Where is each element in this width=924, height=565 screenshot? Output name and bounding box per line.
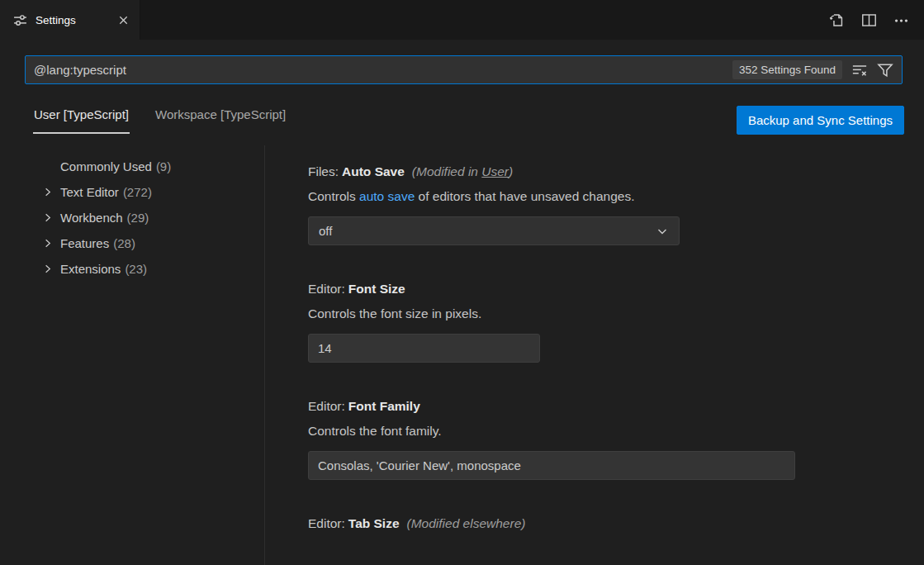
settings-toc: Commonly Used (9) Text Editor (272) Work… [0, 145, 265, 565]
setting-title: Editor:Tab Size(Modified elsewhere) [308, 516, 903, 531]
setting-category: Editor: [308, 282, 345, 296]
setting-title: Editor:Font Family [308, 399, 903, 414]
close-icon[interactable] [116, 12, 131, 28]
toc-label: Commonly Used [60, 159, 152, 173]
toc-count: (272) [123, 185, 152, 199]
setting-files-auto-save: Files:Auto Save(Modified in User) Contro… [308, 164, 903, 245]
toc-item-features[interactable]: Features (28) [0, 230, 264, 256]
auto-save-link[interactable]: auto save [359, 189, 415, 203]
toc-item-commonly-used[interactable]: Commonly Used (9) [0, 154, 264, 179]
chevron-right-icon[interactable] [41, 211, 60, 224]
desc-text: of editors that have unsaved changes. [415, 189, 634, 203]
setting-name: Font Family [348, 399, 420, 413]
chevron-right-icon[interactable] [41, 186, 60, 198]
toc-label: Features [60, 236, 109, 250]
setting-editor-tab-size: Editor:Tab Size(Modified elsewhere) [308, 516, 903, 531]
chevron-right-icon[interactable] [41, 237, 60, 249]
settings-search-box: 352 Settings Found [25, 55, 903, 84]
setting-editor-font-size: Editor:Font Size Controls the font size … [308, 282, 903, 363]
clear-filters-icon[interactable] [850, 60, 870, 80]
toc-label: Extensions [60, 262, 121, 276]
setting-title: Editor:Font Size [308, 282, 903, 297]
settings-sliders-icon [13, 13, 27, 27]
modified-note: (Modified elsewhere) [407, 516, 526, 530]
tab-user-typescript[interactable]: User [TypeScript] [33, 102, 130, 134]
split-editor-icon[interactable] [860, 11, 879, 30]
toc-item-extensions[interactable]: Extensions (23) [0, 256, 264, 282]
setting-description: Controls the font family. [308, 424, 903, 439]
setting-name: Tab Size [348, 516, 400, 530]
dropdown-value: off [319, 224, 332, 238]
toc-count: (29) [127, 211, 149, 225]
setting-title: Files:Auto Save(Modified in User) [308, 164, 903, 179]
setting-category: Editor: [308, 399, 345, 413]
settings-body: Commonly Used (9) Text Editor (272) Work… [0, 145, 924, 565]
settings-search-input[interactable] [34, 63, 732, 77]
scope-tabs: User [TypeScript] Workspace [TypeScript] [33, 95, 287, 134]
toc-item-workbench[interactable]: Workbench (29) [0, 205, 264, 230]
setting-category: Editor: [308, 516, 345, 530]
toc-item-text-editor[interactable]: Text Editor (272) [0, 179, 264, 205]
note-text: ) [509, 164, 513, 178]
desc-text: Controls the font size in pixels. [308, 306, 481, 320]
filter-icon[interactable] [875, 60, 895, 80]
setting-description: Controls the font size in pixels. [308, 306, 903, 321]
editor-tab-bar: Settings [0, 0, 924, 40]
chevron-right-icon[interactable] [41, 263, 60, 275]
auto-save-dropdown[interactable]: off [308, 216, 680, 245]
desc-text: Controls the font family. [308, 424, 442, 438]
tab-workspace-typescript[interactable]: Workspace [TypeScript] [154, 102, 287, 134]
setting-name: Font Size [348, 282, 405, 296]
backup-and-sync-settings-button[interactable]: Backup and Sync Settings [737, 106, 904, 135]
more-actions-icon[interactable] [892, 11, 911, 30]
modified-in-user-link[interactable]: User [481, 164, 509, 178]
toc-count: (23) [125, 262, 147, 276]
settings-tab[interactable]: Settings [0, 0, 140, 40]
setting-name: Auto Save [342, 164, 405, 178]
scope-row: User [TypeScript] Workspace [TypeScript]… [0, 95, 924, 145]
toc-label: Text Editor [60, 185, 119, 199]
toc-label: Workbench [60, 211, 123, 225]
modified-note: (Modified in User) [412, 164, 513, 178]
editor-actions [827, 0, 924, 40]
tab-title: Settings [36, 14, 107, 26]
settings-count-badge: 352 Settings Found [732, 60, 842, 79]
search-row: 352 Settings Found [0, 40, 924, 84]
note-text: (Modified in [412, 164, 481, 178]
toc-count: (28) [113, 236, 135, 250]
font-family-input[interactable] [308, 451, 795, 480]
settings-list: Files:Auto Save(Modified in User) Contro… [265, 145, 924, 565]
chevron-down-icon [656, 225, 669, 238]
setting-editor-font-family: Editor:Font Family Controls the font fam… [308, 399, 903, 480]
toc-count: (9) [156, 159, 171, 173]
font-size-input[interactable] [308, 334, 540, 363]
desc-text: Controls [308, 189, 359, 203]
setting-description: Controls auto save of editors that have … [308, 189, 903, 204]
open-settings-json-icon[interactable] [827, 11, 846, 30]
setting-category: Files: [308, 164, 339, 178]
